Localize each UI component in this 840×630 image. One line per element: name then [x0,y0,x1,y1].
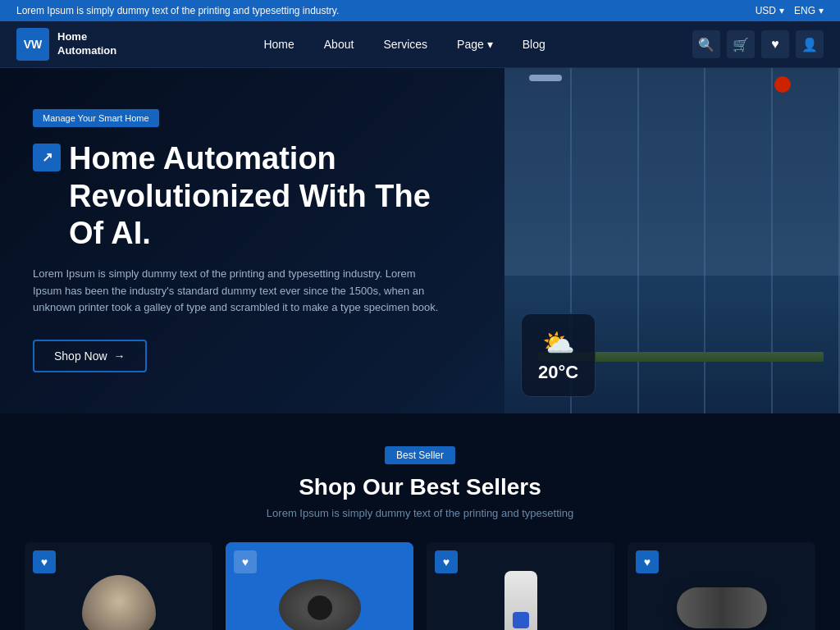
language-selector[interactable]: ENG ▾ [794,5,824,16]
currency-selector[interactable]: USD ▾ [756,5,784,16]
top-bar: Lorem Ipsum is simply dummy text of the … [0,0,840,21]
ceiling-light [529,75,562,81]
best-seller-badge: Best Seller [16,446,824,474]
header: VW Home Automation Home About Services P… [0,21,840,68]
logo-icon: VW [16,28,49,61]
robot-vacuum-image [279,579,361,630]
search-icon: 🔍 [698,37,714,52]
nav-home[interactable]: Home [250,31,307,57]
sprinkler [774,76,791,93]
product-card-3: ♥ Brand Name Here Automation Product Nam… [427,542,614,630]
marquee-text: Lorem Ipsum is simply dummy text of the … [16,5,339,16]
camera-image [82,575,156,630]
hero-section: Manage Your Smart Home ↗ Home Automation… [0,68,840,413]
product-image-area-4: ♥ [628,542,815,630]
weather-icon: ⛅ [538,327,578,358]
logo-text: Home Automation [57,30,116,58]
logo-area: VW Home Automation [16,28,116,61]
account-button[interactable]: 👤 [796,30,824,58]
heart-icon: ♥ [771,37,779,52]
section-description: Lorem Ipsum is simply dummy text of the … [16,507,824,519]
product-card-1: ♥ Brand Name Here Automation Product Nam… [25,542,212,630]
main-nav: Home About Services Page ▾ Blog [250,31,558,57]
hero-right: ⛅ 20°C [504,68,840,413]
product-image-area-3: ♥ [427,542,614,630]
hero-title: ↗ Home Automation Revolutionized With Th… [33,140,472,253]
product-card-2: ♥ Brand Name Here Automation Product Nam… [226,542,413,630]
weather-temperature: 20°C [538,362,578,383]
wishlist-btn-4[interactable]: ♥ [636,550,659,573]
arrow-icon: ↗ [33,144,61,171]
arrow-right-icon: → [114,349,126,363]
wishlist-button[interactable]: ♥ [761,30,789,58]
cart-icon: 🛒 [733,37,749,52]
product-image-area-1: ♥ [25,542,212,630]
nav-services[interactable]: Services [370,31,441,57]
currency-chevron: ▾ [779,5,784,16]
speaker-image [677,587,767,628]
best-sellers-section: Best Seller Shop Our Best Sellers Lorem … [0,413,840,630]
hero-badge: Manage Your Smart Home [33,109,159,127]
wishlist-btn-1[interactable]: ♥ [33,550,56,573]
section-title: Shop Our Best Sellers [16,474,824,500]
language-chevron: ▾ [819,5,824,16]
doorbell-image [504,571,537,630]
wishlist-btn-3[interactable]: ♥ [435,550,458,573]
header-icons: 🔍 🛒 ♥ 👤 [692,30,824,58]
shop-now-label: Shop Now [54,349,107,363]
weather-widget: ⛅ 20°C [521,313,596,397]
page-chevron: ▾ [487,38,493,51]
nav-page[interactable]: Page ▾ [444,31,506,57]
language-label: ENG [794,5,815,16]
nav-blog[interactable]: Blog [509,31,559,57]
hero-left: Manage Your Smart Home ↗ Home Automation… [0,68,504,413]
user-icon: 👤 [801,37,818,52]
currency-label: USD [756,5,776,16]
shop-now-button[interactable]: Shop Now → [33,340,147,372]
product-image-area-2: ♥ [226,542,413,630]
product-grid: ♥ Brand Name Here Automation Product Nam… [16,542,824,630]
product-card-4: ♥ Brand Name Here Automation Product Nam… [628,542,815,630]
hero-description: Lorem Ipsum is simply dummy text of the … [33,266,443,317]
cart-button[interactable]: 🛒 [727,30,755,58]
nav-about[interactable]: About [311,31,368,57]
wishlist-btn-2[interactable]: ♥ [234,550,257,573]
search-button[interactable]: 🔍 [692,30,720,58]
